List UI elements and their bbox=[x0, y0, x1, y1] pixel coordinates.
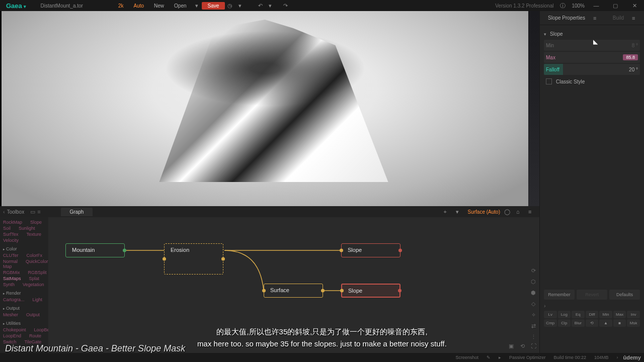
tb-synth[interactable]: Synth bbox=[3, 282, 15, 287]
checkbox-icon[interactable] bbox=[546, 78, 552, 84]
circle-icon[interactable]: ◯ bbox=[504, 209, 512, 215]
toolbox-caret-icon[interactable]: ‹ bbox=[3, 209, 5, 215]
mini-eq[interactable]: Eq bbox=[572, 311, 585, 318]
port-out[interactable] bbox=[398, 289, 401, 293]
sb-chevron-icon[interactable]: › bbox=[614, 355, 621, 360]
graph-canvas[interactable]: Mountain Erosion Surface Slope Slope ⟳ ⬡… bbox=[48, 217, 539, 353]
tb-satmaps[interactable]: SatMaps bbox=[3, 276, 21, 281]
maximize-icon[interactable]: ▢ bbox=[608, 3, 623, 9]
tab-build[interactable]: Build bbox=[609, 13, 628, 23]
dropdown-icon[interactable]: ▾ bbox=[235, 3, 245, 9]
tool-icon[interactable]: ⋮ bbox=[529, 334, 537, 342]
port-out[interactable] bbox=[398, 249, 402, 252]
tb-normalmap[interactable]: Normal Map bbox=[3, 259, 18, 269]
mini-blur[interactable]: Blur bbox=[572, 319, 585, 327]
prop-falloff[interactable]: Falloff 20 ° bbox=[544, 64, 640, 75]
tb-vegetation[interactable]: Vegetation bbox=[23, 282, 44, 287]
clock-icon[interactable]: ◷ bbox=[225, 3, 235, 9]
cat-output[interactable]: Output bbox=[3, 303, 45, 312]
refresh-icon[interactable]: ⟳ bbox=[529, 267, 537, 276]
remember-button[interactable]: Remember bbox=[544, 290, 575, 300]
new-button[interactable]: New bbox=[149, 2, 169, 10]
zoom-label[interactable]: 100% bbox=[572, 3, 585, 9]
tb-surftex[interactable]: SurfTex bbox=[3, 232, 19, 237]
section-slope[interactable]: ▾ Slope bbox=[544, 29, 640, 39]
tb-soil[interactable]: Soil bbox=[3, 226, 11, 231]
frame-icon[interactable]: ▣ bbox=[507, 343, 515, 351]
sb-icon[interactable]: ▸ bbox=[496, 355, 504, 360]
close-icon[interactable]: ✕ bbox=[627, 3, 642, 9]
tb-chokepoint[interactable]: Chokepoint bbox=[3, 327, 26, 332]
tool-icon[interactable]: ⬢ bbox=[529, 290, 537, 298]
mini-cmp[interactable]: Cmp bbox=[544, 319, 557, 327]
cat-render[interactable]: Render bbox=[3, 288, 45, 297]
tb-cartogra[interactable]: Cartogra... bbox=[3, 297, 25, 302]
tb-mesher[interactable]: Mesher bbox=[3, 312, 18, 317]
tb-rgbmix[interactable]: RGBMix bbox=[3, 270, 20, 275]
mini-clp[interactable]: Clp bbox=[558, 319, 571, 327]
home-icon[interactable]: ⌂ bbox=[516, 209, 524, 215]
undo-icon[interactable]: ↶ bbox=[255, 3, 265, 9]
port-in[interactable] bbox=[340, 289, 344, 293]
mini-max[interactable]: Max bbox=[613, 311, 626, 318]
tb-colorfx[interactable]: ColorFx bbox=[27, 253, 43, 258]
prop-classic-style[interactable]: Classic Style bbox=[544, 76, 640, 87]
tab-graph[interactable]: Graph bbox=[61, 208, 93, 216]
tb-rockmap[interactable]: RockMap bbox=[3, 220, 22, 225]
revert-button[interactable]: Revert bbox=[577, 290, 607, 300]
node-erosion[interactable]: Erosion bbox=[164, 243, 223, 275]
help-icon[interactable]: ⓘ bbox=[557, 2, 568, 10]
port-out[interactable] bbox=[321, 289, 325, 293]
mini-msk[interactable]: Msk bbox=[627, 319, 640, 327]
node-slope-2-selected[interactable]: Slope bbox=[341, 284, 400, 298]
tb-loopend[interactable]: LoopEnd bbox=[3, 333, 21, 338]
tb-slope[interactable]: Slope bbox=[30, 220, 42, 225]
cat-utilities[interactable]: Utilities bbox=[3, 318, 45, 327]
tb-splat[interactable]: Splat bbox=[29, 276, 40, 281]
add-icon[interactable]: + bbox=[444, 209, 452, 215]
open-dropdown-icon[interactable]: ▾ bbox=[192, 3, 202, 9]
tb-quickcolor[interactable]: QuickColor bbox=[26, 259, 48, 269]
port-out[interactable] bbox=[221, 257, 225, 261]
menu-icon[interactable]: ≡ bbox=[528, 209, 536, 215]
menu-icon[interactable]: ≡ bbox=[632, 15, 640, 21]
tb-output[interactable]: Output bbox=[26, 312, 40, 317]
mini-inv[interactable]: Inv bbox=[627, 311, 640, 318]
tb-sunlight[interactable]: Sunlight bbox=[19, 226, 35, 231]
node-slope-1[interactable]: Slope bbox=[341, 243, 400, 257]
screenshot-button[interactable]: Screenshot bbox=[452, 355, 481, 360]
save-button[interactable]: Save bbox=[202, 2, 225, 10]
undo-dropdown-icon[interactable]: ▾ bbox=[265, 3, 275, 9]
tb-loopbegin[interactable]: LoopBegin bbox=[34, 327, 48, 332]
toolbox-list-icon[interactable]: ≡ bbox=[37, 209, 40, 215]
node-surface[interactable]: Surface bbox=[264, 284, 323, 298]
app-logo[interactable]: Gaea ▾ bbox=[2, 2, 30, 10]
reload-icon[interactable]: ⟲ bbox=[518, 343, 526, 351]
minimize-icon[interactable]: — bbox=[589, 3, 604, 9]
prop-min[interactable]: Min 8 ° bbox=[544, 40, 640, 51]
port-in[interactable] bbox=[340, 249, 343, 252]
tool-icon[interactable]: ⇄ bbox=[529, 323, 537, 331]
open-button[interactable]: Open bbox=[169, 2, 191, 10]
tool-icon[interactable]: ✧ bbox=[529, 312, 537, 320]
toolbox-view-icon[interactable]: ▭ bbox=[30, 209, 35, 215]
passive-optimizer[interactable]: Passive Optimizer bbox=[506, 355, 549, 360]
port-in[interactable] bbox=[262, 289, 266, 293]
mini-log[interactable]: Log bbox=[558, 311, 571, 318]
tab-properties[interactable]: Slope Properties bbox=[544, 13, 589, 23]
redo-icon[interactable]: ↷ bbox=[280, 3, 290, 9]
port-out[interactable] bbox=[123, 249, 126, 252]
mini-12[interactable]: ■ bbox=[613, 319, 626, 327]
tb-light[interactable]: Light bbox=[33, 297, 43, 302]
tool-icon[interactable]: ◇ bbox=[529, 301, 537, 309]
mini-10[interactable]: ⟲ bbox=[586, 319, 599, 327]
tb-route[interactable]: Route bbox=[29, 333, 41, 338]
auto-button[interactable]: Auto bbox=[129, 2, 149, 10]
tb-rgbsplit[interactable]: RGBSplit bbox=[28, 270, 47, 275]
defaults-button[interactable]: Defaults bbox=[609, 290, 640, 300]
cat-color[interactable]: Color bbox=[3, 243, 45, 252]
mini-11[interactable]: ▲ bbox=[599, 319, 612, 327]
tb-cluter[interactable]: CLUTer bbox=[3, 253, 19, 258]
prop-max[interactable]: Max 85.8 bbox=[544, 52, 640, 63]
chevron-right-icon[interactable]: › bbox=[544, 303, 546, 309]
